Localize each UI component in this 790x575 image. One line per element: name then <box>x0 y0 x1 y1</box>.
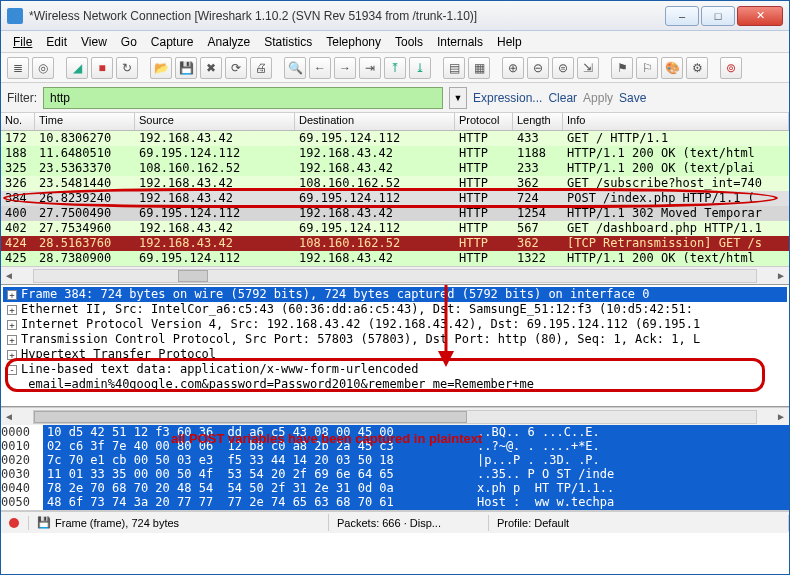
tb-dispfilt-icon[interactable]: ⚐ <box>636 57 658 79</box>
menu-analyze[interactable]: Analyze <box>202 33 257 51</box>
tb-close-icon[interactable]: ✖ <box>200 57 222 79</box>
close-button[interactable]: ✕ <box>737 6 783 26</box>
tb-restart-icon[interactable]: ↻ <box>116 57 138 79</box>
menu-go[interactable]: Go <box>115 33 143 51</box>
menu-view[interactable]: View <box>75 33 113 51</box>
tb-back-icon[interactable]: ← <box>309 57 331 79</box>
table-row[interactable]: 32523.5363370108.160.162.52192.168.43.42… <box>1 161 789 176</box>
filter-apply-link[interactable]: Apply <box>583 91 613 105</box>
col-length[interactable]: Length <box>513 113 563 130</box>
table-row[interactable]: 40027.750049069.195.124.112192.168.43.42… <box>1 206 789 221</box>
tb-save-icon[interactable]: 💾 <box>175 57 197 79</box>
col-info[interactable]: Info <box>563 113 789 130</box>
packet-details[interactable]: +Frame 384: 724 bytes on wire (5792 bits… <box>1 285 789 407</box>
capture-status-icon <box>9 518 19 528</box>
col-destination[interactable]: Destination <box>295 113 455 130</box>
tb-autoscroll-icon[interactable]: ▦ <box>468 57 490 79</box>
hex-offsets: 000000100020003000400050 <box>1 425 43 510</box>
menu-statistics[interactable]: Statistics <box>258 33 318 51</box>
tb-color-icon[interactable]: 🎨 <box>661 57 683 79</box>
tb-list-icon[interactable]: ≣ <box>7 57 29 79</box>
status-packets: Packets: 666 · Disp... <box>329 515 489 531</box>
scroll-thumb[interactable] <box>178 270 208 282</box>
tb-start-icon[interactable]: ◢ <box>66 57 88 79</box>
packet-list: No. Time Source Destination Protocol Len… <box>1 113 789 285</box>
scroll-left-icon[interactable]: ◄ <box>1 411 17 422</box>
minimize-button[interactable]: – <box>665 6 699 26</box>
table-row[interactable]: 42528.738090069.195.124.112192.168.43.42… <box>1 251 789 266</box>
packet-list-header: No. Time Source Destination Protocol Len… <box>1 113 789 131</box>
status-bar: 💾 Frame (frame), 724 bytes Packets: 666 … <box>1 511 789 533</box>
titlebar: *Wireless Network Connection [Wireshark … <box>1 1 789 31</box>
menubar: File Edit View Go Capture Analyze Statis… <box>1 31 789 53</box>
detail-line[interactable]: +Hypertext Transfer Protocol <box>3 347 787 362</box>
hex-ascii: ..BQ.. 6 ...C..E...?~@. . ....+*E.|p...P… <box>473 425 789 510</box>
detail-line[interactable]: email=admin%40google.com&password=Passwo… <box>3 377 787 392</box>
tb-help-icon[interactable]: ⊚ <box>720 57 742 79</box>
menu-help[interactable]: Help <box>491 33 528 51</box>
menu-edit[interactable]: Edit <box>40 33 73 51</box>
filter-save-link[interactable]: Save <box>619 91 646 105</box>
tb-last-icon[interactable]: ⤓ <box>409 57 431 79</box>
tb-fwd-icon[interactable]: → <box>334 57 356 79</box>
menu-file[interactable]: File <box>7 33 38 51</box>
scroll-left-icon[interactable]: ◄ <box>1 270 17 281</box>
packet-list-body[interactable]: 17210.8306270192.168.43.4269.195.124.112… <box>1 131 789 266</box>
tb-resize-icon[interactable]: ⇲ <box>577 57 599 79</box>
status-frame: Frame (frame), 724 bytes <box>55 517 179 529</box>
filter-input[interactable] <box>43 87 443 109</box>
tb-find-icon[interactable]: 🔍 <box>284 57 306 79</box>
details-hscroll[interactable]: ◄ ► <box>1 407 789 425</box>
tb-stop-icon[interactable]: ■ <box>91 57 113 79</box>
detail-line[interactable]: -Line-based text data: application/x-www… <box>3 362 787 377</box>
maximize-button[interactable]: □ <box>701 6 735 26</box>
scroll-right-icon[interactable]: ► <box>773 270 789 281</box>
tb-zoomout-icon[interactable]: ⊖ <box>527 57 549 79</box>
status-profile: Profile: Default <box>489 515 789 531</box>
col-time[interactable]: Time <box>35 113 135 130</box>
filter-dropdown-icon[interactable]: ▼ <box>449 87 467 109</box>
table-row[interactable]: 18811.648051069.195.124.112192.168.43.42… <box>1 146 789 161</box>
menu-telephony[interactable]: Telephony <box>320 33 387 51</box>
detail-line[interactable]: +Internet Protocol Version 4, Src: 192.1… <box>3 317 787 332</box>
tb-zoom100-icon[interactable]: ⊜ <box>552 57 574 79</box>
window-title: *Wireless Network Connection [Wireshark … <box>29 9 665 23</box>
tb-open-icon[interactable]: 📂 <box>150 57 172 79</box>
detail-line[interactable]: +Frame 384: 724 bytes on wire (5792 bits… <box>3 287 787 302</box>
tb-options-icon[interactable]: ◎ <box>32 57 54 79</box>
tb-colorize-icon[interactable]: ▤ <box>443 57 465 79</box>
scroll-right-icon[interactable]: ► <box>773 411 789 422</box>
menu-capture[interactable]: Capture <box>145 33 200 51</box>
scroll-thumb[interactable] <box>34 411 467 423</box>
detail-line[interactable]: +Transmission Control Protocol, Src Port… <box>3 332 787 347</box>
table-row[interactable]: 40227.7534960192.168.43.4269.195.124.112… <box>1 221 789 236</box>
tb-prefs-icon[interactable]: ⚙ <box>686 57 708 79</box>
tb-first-icon[interactable]: ⤒ <box>384 57 406 79</box>
col-protocol[interactable]: Protocol <box>455 113 513 130</box>
toolbar: ≣ ◎ ◢ ■ ↻ 📂 💾 ✖ ⟳ 🖨 🔍 ← → ⇥ ⤒ ⤓ ▤ ▦ ⊕ ⊖ … <box>1 53 789 83</box>
annotation-text: all POST variables have been captured in… <box>171 431 482 446</box>
tb-print-icon[interactable]: 🖨 <box>250 57 272 79</box>
packet-list-hscroll[interactable]: ◄ ► <box>1 266 789 284</box>
table-row[interactable]: 17210.8306270192.168.43.4269.195.124.112… <box>1 131 789 146</box>
col-source[interactable]: Source <box>135 113 295 130</box>
status-save-icon: 💾 <box>37 516 51 529</box>
filter-clear-link[interactable]: Clear <box>548 91 577 105</box>
filter-label: Filter: <box>7 91 37 105</box>
tb-reload-icon[interactable]: ⟳ <box>225 57 247 79</box>
col-no[interactable]: No. <box>1 113 35 130</box>
menu-internals[interactable]: Internals <box>431 33 489 51</box>
tb-goto-icon[interactable]: ⇥ <box>359 57 381 79</box>
table-row[interactable]: 32623.5481440192.168.43.42108.160.162.52… <box>1 176 789 191</box>
filter-expression-link[interactable]: Expression... <box>473 91 542 105</box>
table-row[interactable]: 38426.8239240192.168.43.4269.195.124.112… <box>1 191 789 206</box>
app-icon <box>7 8 23 24</box>
tb-capfilt-icon[interactable]: ⚑ <box>611 57 633 79</box>
table-row[interactable]: 42428.5163760192.168.43.42108.160.162.52… <box>1 236 789 251</box>
filter-bar: Filter: ▼ Expression... Clear Apply Save <box>1 83 789 113</box>
menu-tools[interactable]: Tools <box>389 33 429 51</box>
detail-line[interactable]: +Ethernet II, Src: IntelCor_a6:c5:43 (60… <box>3 302 787 317</box>
tb-zoomin-icon[interactable]: ⊕ <box>502 57 524 79</box>
